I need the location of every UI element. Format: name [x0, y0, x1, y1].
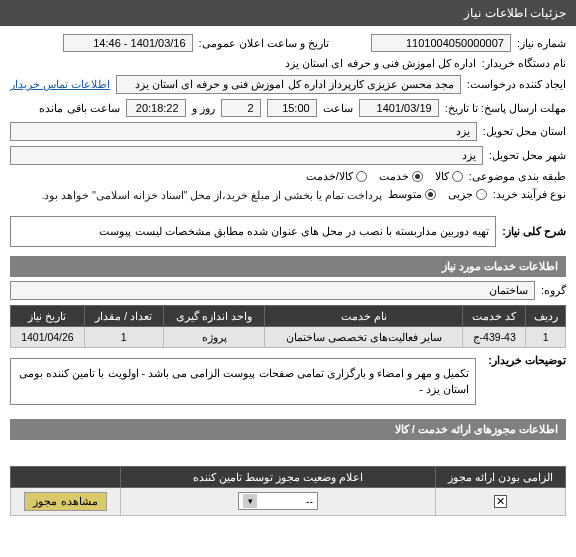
form-area: شماره نیاز: 1101004050000007 تاریخ و ساع… [0, 26, 576, 530]
remain-label: ساعت باقی مانده [39, 102, 119, 115]
table-row: 1 439-43-ج سایر فعالیت‌های تخصصی ساختمان… [11, 326, 566, 347]
deadline-label: مهلت ارسال پاسخ: تا تاریخ: [445, 102, 566, 115]
td-mandatory [436, 487, 566, 515]
radio-khadamat-label: خدمت [379, 170, 409, 183]
table-row: -- ▾ مشاهده مجوز [11, 487, 566, 515]
radio-jozi[interactable]: جزیی [448, 188, 487, 201]
page-header: جزئیات اطلاعات نیاز [0, 0, 576, 26]
radio-jozi-label: جزیی [448, 188, 473, 201]
buyer-notes-label: توضیحات خریدار: [482, 354, 566, 367]
td-row: 1 [526, 326, 566, 347]
td-code: 439-43-ج [462, 326, 525, 347]
need-title-label: شرح کلی نیاز: [502, 225, 566, 238]
chevron-down-icon: ▾ [243, 494, 257, 508]
services-table: ردیف کد خدمت نام خدمت واحد اندازه گیری ت… [10, 305, 566, 348]
radio-khadamat[interactable]: خدمت [379, 170, 423, 183]
buyer-org-value: اداره کل اموزش فنی و حرفه ای استان یزد [285, 57, 475, 70]
subject-type-group: کالا خدمت کالا/خدمت [306, 170, 463, 183]
td-unit: پروژه [163, 326, 265, 347]
deadline-time: 15:00 [267, 99, 317, 117]
announce-label: تاریخ و ساعت اعلان عمومی: [199, 37, 329, 50]
radio-kala[interactable]: کالا [435, 170, 463, 183]
buyer-notes-value: تکمیل و مهر و امضاء و بارگزاری تمامی صفح… [10, 358, 476, 405]
radio-icon [452, 171, 463, 182]
td-qty: 1 [84, 326, 163, 347]
deadline-date: 1401/03/19 [359, 99, 439, 117]
radio-icon [425, 189, 436, 200]
th-code: کد خدمت [462, 305, 525, 326]
buy-type-label: نوع فرآیند خرید: [493, 188, 566, 201]
td-status: -- ▾ [121, 487, 436, 515]
radio-icon [412, 171, 423, 182]
requester-value: مجد محسن عزیزی کارپرداز اداره کل اموزش ف… [116, 75, 461, 94]
buyer-org-label: نام دستگاه خریدار: [482, 57, 566, 70]
buy-note: پرداخت تمام یا بخشی از مبلغ خرید،از محل … [41, 189, 381, 201]
td-name: سایر فعالیت‌های تخصصی ساختمان [265, 326, 463, 347]
time-label-1: ساعت [323, 102, 353, 115]
group-label: گروه: [541, 284, 566, 297]
radio-both-label: کالا/خدمت [306, 170, 353, 183]
status-dropdown[interactable]: -- ▾ [238, 492, 318, 510]
th-qty: تعداد / مقدار [84, 305, 163, 326]
delivery-province-label: استان محل تحویل: [483, 125, 566, 138]
delivery-city-value: یزد [10, 146, 483, 165]
services-section-header: اطلاعات خدمات مورد نیاز [10, 256, 566, 277]
radio-icon [356, 171, 367, 182]
need-title-value: تهیه دوربین مداربسته با نصب در محل های ع… [10, 216, 496, 247]
requester-label: ایجاد کننده درخواست: [467, 78, 566, 91]
group-value: ساختمان [10, 281, 535, 300]
th-date: تاریخ نیاز [11, 305, 85, 326]
radio-kala-label: کالا [435, 170, 449, 183]
days-value: 2 [221, 99, 261, 117]
announce-value: 1401/03/16 - 14:46 [63, 34, 193, 52]
need-no-value: 1101004050000007 [371, 34, 511, 52]
radio-icon [476, 189, 487, 200]
radio-motevaset-label: متوسط [388, 188, 422, 201]
permits-table: الزامی بودن ارائه مجوز اعلام وضعیت مجوز … [10, 466, 566, 516]
td-date: 1401/04/26 [11, 326, 85, 347]
subject-type-label: طبقه بندی موضوعی: [469, 170, 566, 183]
view-permit-button[interactable]: مشاهده مجوز [24, 492, 106, 511]
delivery-city-label: شهر محل تحویل: [489, 149, 566, 162]
permits-section-header: اطلاعات مجوزهای ارائه خدمت / کالا [10, 419, 566, 440]
days-label: روز و [192, 102, 215, 115]
mandatory-checkbox[interactable] [494, 495, 507, 508]
delivery-province-value: یزد [10, 122, 477, 141]
th-action [11, 466, 121, 487]
need-no-label: شماره نیاز: [517, 37, 566, 50]
buy-type-group: جزیی متوسط [388, 188, 487, 201]
th-status: اعلام وضعیت مجوز توسط تامین کننده [121, 466, 436, 487]
td-action: مشاهده مجوز [11, 487, 121, 515]
status-value: -- [306, 495, 313, 507]
th-mandatory: الزامی بودن ارائه مجوز [436, 466, 566, 487]
radio-motevaset[interactable]: متوسط [388, 188, 436, 201]
th-unit: واحد اندازه گیری [163, 305, 265, 326]
th-row: ردیف [526, 305, 566, 326]
page-title: جزئیات اطلاعات نیاز [464, 6, 566, 20]
remain-time: 20:18:22 [126, 99, 186, 117]
contact-link[interactable]: اطلاعات تماس خریدار [10, 78, 110, 91]
th-name: نام خدمت [265, 305, 463, 326]
radio-both[interactable]: کالا/خدمت [306, 170, 367, 183]
